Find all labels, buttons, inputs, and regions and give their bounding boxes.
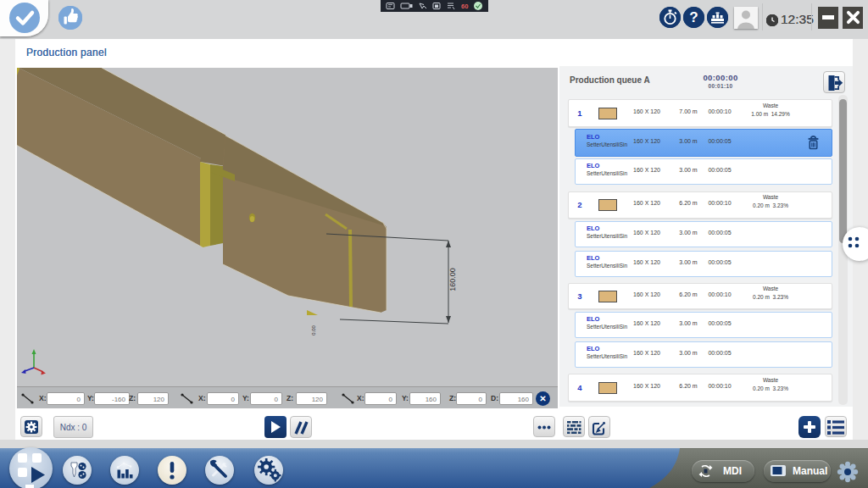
svg-text:160.00: 160.00: [448, 268, 457, 291]
svg-text:0.00: 0.00: [311, 325, 316, 336]
svg-text:60: 60: [461, 3, 468, 10]
